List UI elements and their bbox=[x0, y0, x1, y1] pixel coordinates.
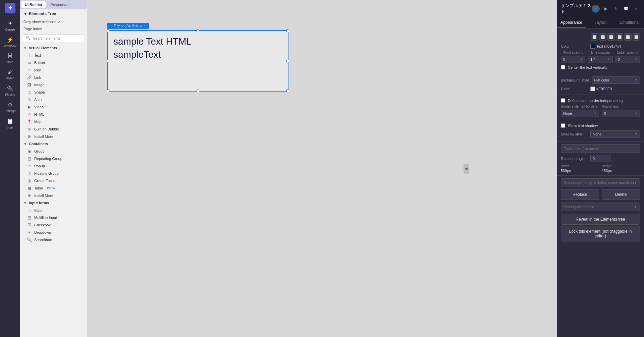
install-more-containers[interactable]: ⊕ Install More bbox=[20, 192, 87, 199]
element-repeatinggroup[interactable]: ▤ Repeating Group bbox=[20, 155, 87, 162]
popup-icon: ▭ bbox=[27, 164, 32, 168]
element-table[interactable]: ▦ Table BETA bbox=[20, 184, 87, 192]
color-value[interactable]: Text (#091747) bbox=[590, 44, 621, 49]
resize-handle-bl[interactable] bbox=[107, 90, 109, 92]
rotation-row: Rotation angle 0 bbox=[557, 154, 644, 164]
resize-handle-mr[interactable] bbox=[286, 60, 289, 62]
info-btn[interactable]: ℹ bbox=[612, 5, 620, 13]
element-icon[interactable]: ☆ Icon bbox=[20, 66, 87, 74]
search-input[interactable] bbox=[33, 36, 81, 40]
right-panel-content: ⬜ ⬜ ⬜ ⬜ ⬜ ⬜ Color Text (#091747) Word sp… bbox=[557, 29, 644, 337]
height-value: 183px bbox=[602, 169, 640, 173]
element-builtonbubble[interactable]: ⊕ Built on Bubble bbox=[20, 125, 87, 133]
nav-item-plugins[interactable]: 🔌 Plugins bbox=[0, 82, 20, 99]
main-canvas[interactable]: T T サンプルテキスト sample Text HTML sampleText… bbox=[87, 0, 557, 337]
element-multiline[interactable]: ▤ Multiline Input bbox=[20, 214, 87, 221]
install-more-visual[interactable]: ⊕ Install More bbox=[20, 133, 87, 140]
element-button[interactable]: ▭ Button bbox=[20, 59, 87, 66]
show-shadow-checkbox[interactable] bbox=[561, 123, 565, 128]
resize-handle-tr[interactable] bbox=[286, 30, 289, 32]
only-show-hideable[interactable]: Only show hideable ✓ bbox=[20, 18, 87, 25]
nav-item-design[interactable]: ✦ Design bbox=[0, 17, 20, 34]
reveal-elements-tree-button[interactable]: Reveal in the Elements tree bbox=[561, 214, 640, 225]
play-btn[interactable]: ▶ bbox=[602, 5, 610, 13]
element-input[interactable]: ▭ Input bbox=[20, 207, 87, 214]
searchbox-icon: 🔍 bbox=[27, 237, 32, 242]
element-searchbox[interactable]: 🔍 Searchbox bbox=[20, 236, 87, 243]
resize-handle-br[interactable] bbox=[286, 90, 289, 92]
border-values-row: None ▼ 0 ▼ bbox=[557, 109, 644, 118]
line-spacing-input[interactable]: 1.4 ▼ bbox=[588, 56, 612, 63]
nav-item-styles[interactable]: 🖌 Styles bbox=[0, 66, 20, 82]
align-right-btn[interactable]: ⬜ bbox=[607, 33, 615, 41]
search-bar[interactable]: 🔍 bbox=[23, 34, 84, 42]
input-forms-section[interactable]: ▼ Input forms bbox=[20, 199, 87, 207]
delete-button[interactable]: Delete bbox=[602, 189, 640, 200]
resize-handle-bc[interactable] bbox=[197, 90, 199, 92]
element-text[interactable]: T Text bbox=[20, 52, 87, 59]
align-left-btn[interactable]: ⬜ bbox=[591, 33, 598, 41]
bg-color-value[interactable]: #E9E9E9 bbox=[590, 87, 640, 91]
element-label-tag: T T サンプルテキスト bbox=[107, 23, 149, 29]
element-floatinggroup[interactable]: ◫ Floating Group bbox=[20, 170, 87, 177]
nav-item-data[interactable]: 🗄 Data bbox=[0, 50, 20, 66]
resize-handle-ml[interactable] bbox=[107, 60, 109, 62]
letter-spacing-input[interactable]: 0 ▼ bbox=[615, 56, 640, 63]
word-spacing-arrow: ▼ bbox=[580, 58, 583, 61]
tab-conditional[interactable]: Conditional bbox=[615, 17, 644, 28]
element-popup[interactable]: ▭ Popup bbox=[20, 162, 87, 170]
tab-responsive[interactable]: Responsive bbox=[47, 1, 73, 8]
tab-appearance[interactable]: Appearance bbox=[557, 17, 586, 28]
element-image[interactable]: 🖼 Image bbox=[20, 81, 87, 89]
element-dropdown[interactable]: ▾ Dropdown bbox=[20, 229, 87, 236]
element-map[interactable]: 📍 Map bbox=[20, 118, 87, 125]
panel-collapse-btn[interactable]: ◀ bbox=[464, 164, 469, 174]
center-text-row[interactable]: Center the text vertically bbox=[557, 64, 644, 71]
visual-elements-section[interactable]: ▼ Visual Elements bbox=[20, 44, 87, 52]
element-alert[interactable]: ⚠ Alert bbox=[20, 96, 87, 103]
search-icon: 🔍 bbox=[26, 36, 31, 41]
border-style-input[interactable]: None ▼ bbox=[561, 110, 599, 117]
resize-handle-tc[interactable] bbox=[197, 30, 199, 32]
replace-button[interactable]: Replace bbox=[561, 189, 599, 200]
element-link[interactable]: 🔗 Link bbox=[20, 74, 87, 81]
roundness-input[interactable]: 0 ▼ bbox=[602, 110, 640, 117]
lock-element-button[interactable]: Lock this element (not draggable in edit… bbox=[561, 226, 640, 241]
nav-item-logs[interactable]: 📋 Logs bbox=[0, 115, 20, 132]
text-element-box[interactable]: sample Text HTML sampleText bbox=[107, 30, 288, 92]
tab-ui-builder[interactable]: UI Builder bbox=[21, 1, 46, 8]
tab-layout[interactable]: Layout bbox=[586, 17, 615, 28]
profile-btn[interactable]: 👤 bbox=[592, 5, 600, 13]
element-html[interactable]: ◇ HTML bbox=[20, 111, 87, 118]
page-index-option[interactable]: Page index bbox=[20, 25, 87, 32]
resize-handle-tl[interactable] bbox=[107, 30, 109, 32]
transition-input[interactable]: Select a property to define a new transi… bbox=[561, 178, 640, 187]
groupfocus-icon: ◎ bbox=[27, 178, 32, 183]
define-border-row[interactable]: Define each border independently bbox=[557, 97, 644, 104]
nav-item-workflow[interactable]: ⚡ Workflow bbox=[0, 34, 20, 50]
center-text-checkbox[interactable] bbox=[561, 65, 565, 69]
element-groupfocus[interactable]: ◎ Group Focus bbox=[20, 177, 87, 184]
align-top-btn[interactable]: ⬜ bbox=[616, 33, 623, 41]
containers-section[interactable]: ▼ Containers bbox=[20, 140, 87, 148]
nav-item-settings[interactable]: ⚙ Settings bbox=[0, 99, 20, 115]
tooltip-input[interactable]: Tooltip text (on hover) bbox=[561, 144, 640, 153]
bg-style-input[interactable]: Flat color ▼ bbox=[592, 76, 640, 84]
show-shadow-row[interactable]: Show text shadow bbox=[557, 122, 644, 129]
select-parent-input[interactable]: Select parent/child ▼ bbox=[561, 203, 640, 211]
element-group[interactable]: ▣ Group bbox=[20, 148, 87, 155]
input-forms-arrow: ▼ bbox=[23, 201, 27, 205]
element-shape[interactable]: □ Shape bbox=[20, 89, 87, 96]
align-bottom-btn[interactable]: ⬜ bbox=[633, 33, 640, 41]
align-center-btn[interactable]: ⬜ bbox=[599, 33, 606, 41]
close-btn[interactable]: ✕ bbox=[632, 5, 640, 13]
collapse-arrow[interactable]: ▼ bbox=[23, 11, 28, 16]
chat-btn[interactable]: 💬 bbox=[622, 5, 630, 13]
rotation-input[interactable]: 0 bbox=[590, 155, 610, 162]
element-checkbox[interactable]: ☑ Checkbox bbox=[20, 221, 87, 229]
align-middle-btn[interactable]: ⬜ bbox=[624, 33, 632, 41]
element-video[interactable]: ▶ Video bbox=[20, 103, 87, 111]
word-spacing-input[interactable]: 0 ▼ bbox=[561, 56, 585, 63]
define-border-checkbox[interactable] bbox=[561, 98, 565, 103]
shadow-style-input[interactable]: None ▼ bbox=[590, 130, 640, 138]
